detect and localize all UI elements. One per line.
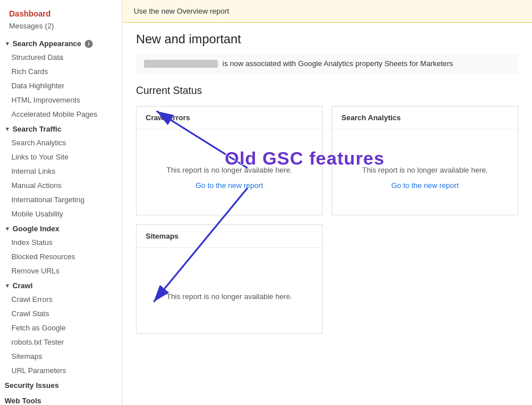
sidebar-item-accelerated-mobile-pages[interactable]: Accelerated Mobile Pages	[0, 107, 122, 121]
card-crawl-errors-body: This report is no longer available here.…	[137, 129, 322, 215]
section-label: Google Index	[13, 224, 59, 233]
section-label: Search Traffic	[13, 125, 61, 133]
sidebar-section-google-index[interactable]: ▼ Google Index	[0, 221, 122, 235]
sidebar-item-internal-links[interactable]: Internal Links	[0, 164, 122, 178]
sidebar-item-sitemaps[interactable]: Sitemaps	[0, 349, 122, 363]
sidebar-item-mobile-usability[interactable]: Mobile Usability	[0, 207, 122, 221]
sidebar: Dashboard Messages (2) ▼ Search Appearan…	[0, 0, 122, 405]
sidebar-item-search-analytics[interactable]: Search Analytics	[0, 136, 122, 150]
sidebar-dashboard[interactable]: Dashboard	[0, 5, 122, 21]
sidebar-item-index-status[interactable]: Index Status	[0, 235, 122, 249]
sidebar-messages[interactable]: Messages (2)	[0, 21, 122, 36]
arrow-icon: ▼	[5, 40, 10, 47]
card-search-analytics: Search Analytics This report is no longe…	[332, 106, 518, 215]
card-search-analytics-no-data: This report is no longer available here.	[362, 166, 488, 174]
sidebar-item-rich-cards[interactable]: Rich Cards	[0, 64, 122, 79]
sidebar-item-security-issues[interactable]: Security Issues	[0, 378, 122, 393]
main-body: New and important is now associated with…	[122, 23, 532, 343]
card-sitemaps-header: Sitemaps	[137, 225, 322, 248]
card-sitemaps-no-data: This report is no longer available here.	[166, 292, 292, 301]
card-crawl-errors: Crawl Errors This report is no longer av…	[136, 106, 323, 215]
important-notice: is now associated with Google Analytics …	[136, 54, 518, 73]
card-search-analytics-header: Search Analytics	[332, 107, 518, 129]
card-crawl-errors-no-data: This report is no longer available here.	[166, 166, 292, 174]
sidebar-item-web-tools[interactable]: Web Tools	[0, 393, 122, 405]
new-important-title: New and important	[136, 32, 518, 47]
cards-grid: Crawl Errors This report is no longer av…	[136, 106, 518, 334]
sidebar-section-search-appearance[interactable]: ▼ Search Appearance i	[0, 36, 122, 50]
sidebar-item-url-parameters[interactable]: URL Parameters	[0, 363, 122, 378]
arrow-icon: ▼	[5, 283, 10, 289]
sidebar-item-robots-txt-tester[interactable]: robots.txt Tester	[0, 335, 122, 349]
sidebar-item-crawl-errors[interactable]: Crawl Errors	[0, 292, 122, 306]
sidebar-section-crawl[interactable]: ▼ Crawl	[0, 278, 122, 292]
card-crawl-errors-link[interactable]: Go to the new report	[196, 181, 263, 190]
notice-text: is now associated with Google Analytics …	[222, 59, 453, 68]
card-sitemaps-body: This report is no longer available here.	[137, 248, 322, 333]
sidebar-item-blocked-resources[interactable]: Blocked Resources	[0, 249, 122, 264]
sidebar-item-crawl-stats[interactable]: Crawl Stats	[0, 306, 122, 321]
sidebar-item-international-targeting[interactable]: International Targeting	[0, 193, 122, 207]
section-label: Crawl	[13, 281, 32, 290]
card-sitemaps: Sitemaps This report is no longer availa…	[136, 224, 323, 334]
sidebar-item-links-to-your-site[interactable]: Links to Your Site	[0, 150, 122, 164]
card-search-analytics-link[interactable]: Go to the new report	[391, 181, 459, 190]
card-crawl-errors-header: Crawl Errors	[137, 107, 322, 129]
section-label: Search Appearance	[13, 39, 81, 48]
info-icon: i	[85, 40, 93, 48]
overview-banner[interactable]: Use the new Overview report	[122, 0, 532, 23]
main-content-area: Use the new Overview report New and impo…	[122, 0, 532, 405]
sidebar-item-manual-actions[interactable]: Manual Actions	[0, 178, 122, 193]
arrow-icon: ▼	[5, 126, 10, 132]
sidebar-item-data-highlighter[interactable]: Data Highlighter	[0, 79, 122, 93]
current-status-title: Current Status	[136, 85, 518, 97]
arrow-icon: ▼	[5, 226, 10, 232]
sidebar-item-fetch-as-google[interactable]: Fetch as Google	[0, 321, 122, 335]
sidebar-item-remove-urls[interactable]: Remove URLs	[0, 264, 122, 278]
blurred-url	[144, 60, 218, 68]
sidebar-section-search-traffic[interactable]: ▼ Search Traffic	[0, 121, 122, 136]
sidebar-item-html-improvements[interactable]: HTML Improvements	[0, 93, 122, 107]
card-search-analytics-body: This report is no longer available here.…	[332, 129, 518, 215]
sidebar-item-structured-data[interactable]: Structured Data	[0, 50, 122, 64]
